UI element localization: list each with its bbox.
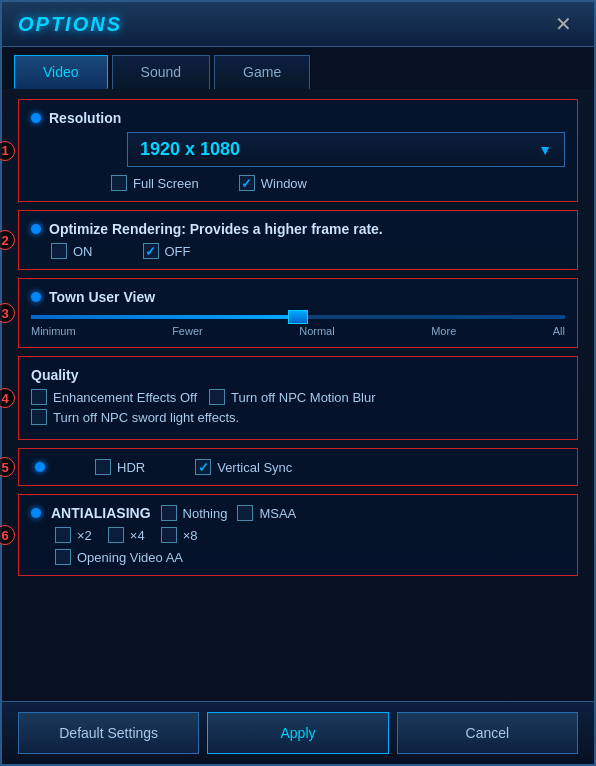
section-quality: 4 Quality Enhancement Effects Off Turn o… [18,356,578,440]
section-dot-5 [35,462,45,472]
default-settings-button[interactable]: Default Settings [18,712,199,754]
fullscreen-option[interactable]: Full Screen [111,175,199,191]
vsync-checkbox[interactable] [195,459,211,475]
window-checkbox[interactable] [239,175,255,191]
content-area: 1 Resolution 1920 x 1080 ▼ Full Screen [2,89,594,701]
section-num-6: 6 [0,525,15,545]
optimize-on-option[interactable]: ON [51,243,93,259]
aa-multi-row: ×2 ×4 ×8 [31,527,565,543]
quality-row-1: Enhancement Effects Off Turn off NPC Mot… [31,389,565,405]
tab-video[interactable]: Video [14,55,108,89]
fullscreen-checkbox[interactable] [111,175,127,191]
enhancement-effects-checkbox[interactable] [31,389,47,405]
section-resolution: 1 Resolution 1920 x 1080 ▼ Full Screen [18,99,578,202]
section-dot-2 [31,224,41,234]
aa-x2-option[interactable]: ×2 [55,527,92,543]
footer: Default Settings Apply Cancel [2,701,594,764]
hdr-row: HDR Vertical Sync [31,459,565,475]
aa-nothing-checkbox[interactable] [161,505,177,521]
section-hdr: 5 HDR Vertical Sync [18,448,578,486]
aa-x4-checkbox[interactable] [108,527,124,543]
optimize-off-option[interactable]: OFF [143,243,191,259]
section-num-3: 3 [0,303,15,323]
optimize-on-checkbox[interactable] [51,243,67,259]
section-num-5: 5 [0,457,15,477]
tab-sound[interactable]: Sound [112,55,210,89]
dropdown-arrow-icon: ▼ [538,142,552,158]
aa-msaa-option[interactable]: MSAA [237,505,296,521]
aa-x2-checkbox[interactable] [55,527,71,543]
section-optimize: 2 Optimize Rendering: Provides a higher … [18,210,578,270]
slider-track[interactable] [31,315,565,319]
quality-row-2: Turn off NPC sword light effects. [31,409,565,425]
section-antialiasing: 6 ANTIALIASING Nothing MSAA ×2 [18,494,578,576]
aa-x4-option[interactable]: ×4 [108,527,145,543]
optimize-off-checkbox[interactable] [143,243,159,259]
npc-motion-blur-checkbox[interactable] [209,389,225,405]
resolution-dropdown[interactable]: 1920 x 1080 ▼ [127,132,565,167]
resolution-header: Resolution [31,110,565,126]
section-town-view: 3 Town User View Minimum Fewer Normal Mo… [18,278,578,348]
aa-extra-row: Opening Video AA [31,549,565,565]
aa-label: ANTIALIASING [51,505,151,521]
npc-motion-blur-option[interactable]: Turn off NPC Motion Blur [209,389,376,405]
section-num-2: 2 [0,230,15,250]
aa-x8-option[interactable]: ×8 [161,527,198,543]
aa-x8-checkbox[interactable] [161,527,177,543]
aa-opening-video-option[interactable]: Opening Video AA [55,549,565,565]
aa-msaa-checkbox[interactable] [237,505,253,521]
window-title: OPTIONS [18,13,122,36]
aa-nothing-option[interactable]: Nothing [161,505,228,521]
close-button[interactable]: ✕ [549,12,578,36]
hdr-option[interactable]: HDR [95,459,145,475]
slider-thumb[interactable] [288,310,308,324]
section-num-1: 1 [0,141,15,161]
aa-opening-video-checkbox[interactable] [55,549,71,565]
npc-sword-light-option[interactable]: Turn off NPC sword light effects. [31,409,239,425]
tab-game[interactable]: Game [214,55,310,89]
quality-header: Quality [31,367,565,383]
section-dot-6 [31,508,41,518]
section-num-4: 4 [0,388,15,408]
enhancement-effects-option[interactable]: Enhancement Effects Off [31,389,197,405]
optimize-options-row: ON OFF [31,243,565,259]
quality-label: Quality [31,367,78,383]
resolution-label: Resolution [49,110,121,126]
slider-fill [31,315,298,319]
optimize-label: Optimize Rendering: Provides a higher fr… [49,221,383,237]
optimize-header: Optimize Rendering: Provides a higher fr… [31,221,565,237]
title-bar: OPTIONS ✕ [2,2,594,47]
vsync-option[interactable]: Vertical Sync [195,459,292,475]
cancel-button[interactable]: Cancel [397,712,578,754]
apply-button[interactable]: Apply [207,712,388,754]
options-window: OPTIONS ✕ Video Sound Game 1 Resolution … [0,0,596,766]
slider-labels: Minimum Fewer Normal More All [31,325,565,337]
tab-bar: Video Sound Game [2,47,594,89]
hdr-checkbox[interactable] [95,459,111,475]
npc-sword-light-checkbox[interactable] [31,409,47,425]
town-view-slider-container: Minimum Fewer Normal More All [31,311,565,337]
resolution-row: 1920 x 1080 ▼ [31,132,565,167]
town-view-header: Town User View [31,289,565,305]
town-view-label: Town User View [49,289,155,305]
aa-header-row: ANTIALIASING Nothing MSAA [31,505,565,521]
section-dot-1 [31,113,41,123]
window-option[interactable]: Window [239,175,307,191]
screen-mode-row: Full Screen Window [31,175,565,191]
section-dot-3 [31,292,41,302]
